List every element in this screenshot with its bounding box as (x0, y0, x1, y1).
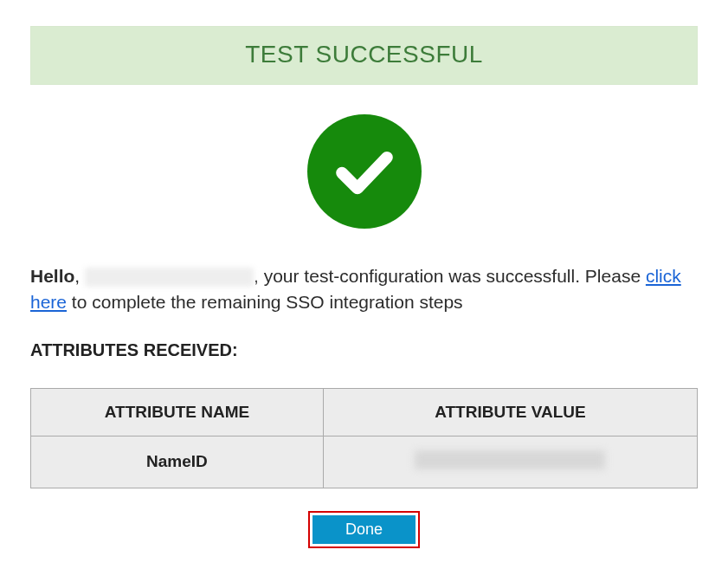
message-after-link: to complete the remaining SSO integratio… (67, 292, 463, 312)
done-button[interactable]: Done (312, 515, 416, 544)
attributes-heading: ATTRIBUTES RECEIVED: (30, 340, 698, 360)
success-banner: TEST SUCCESSFUL (30, 26, 698, 85)
banner-title: TEST SUCCESSFUL (31, 41, 697, 68)
done-button-wrap: Done (30, 511, 698, 548)
table-row: NameID (31, 436, 698, 488)
hello-label: Hello (30, 266, 74, 286)
table-header-row: ATTRIBUTE NAME ATTRIBUTE VALUE (31, 388, 698, 436)
success-icon-wrap (30, 114, 698, 229)
col-attribute-name: ATTRIBUTE NAME (31, 388, 324, 436)
success-message: Hello, , your test-configuration was suc… (30, 263, 698, 316)
done-button-highlight: Done (308, 511, 420, 548)
attribute-value-redacted (415, 450, 605, 469)
message-after-name: , your test-configuration was successful… (254, 266, 646, 286)
col-attribute-value: ATTRIBUTE VALUE (323, 388, 697, 436)
checkmark-icon (307, 114, 422, 229)
user-name-redacted (85, 268, 254, 287)
attributes-table: ATTRIBUTE NAME ATTRIBUTE VALUE NameID (30, 388, 698, 488)
cell-attribute-name: NameID (31, 436, 324, 488)
cell-attribute-value (323, 436, 697, 488)
